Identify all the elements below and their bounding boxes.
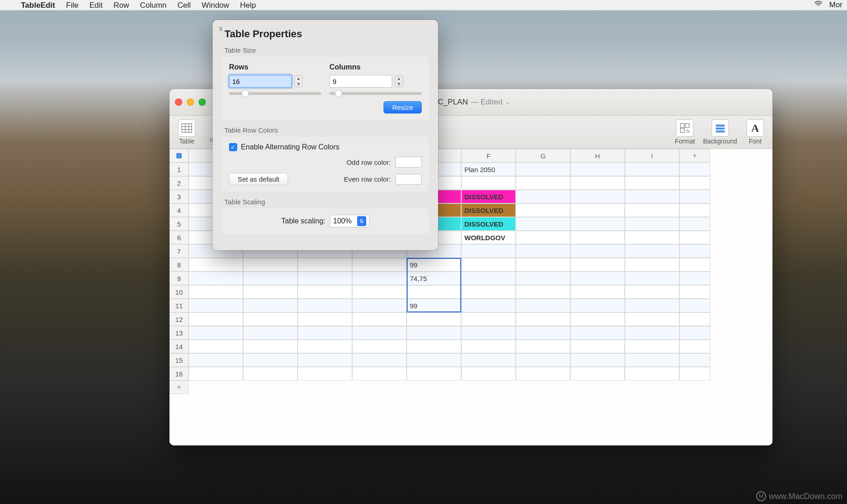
cell-D16[interactable] xyxy=(352,367,407,380)
cell-D14[interactable] xyxy=(352,340,407,353)
row-header-12[interactable]: 12 xyxy=(169,312,189,326)
cell-F15[interactable] xyxy=(461,353,516,367)
cell-I4[interactable] xyxy=(625,203,679,217)
cell-D11[interactable] xyxy=(352,299,407,312)
cell-I8[interactable] xyxy=(625,258,679,272)
cell-E11[interactable]: 99 xyxy=(407,299,461,312)
cell-D12[interactable] xyxy=(352,312,407,326)
window-minimize-button[interactable] xyxy=(187,99,194,106)
window-zoom-button[interactable] xyxy=(199,99,206,106)
column-header-H[interactable]: H xyxy=(570,149,625,163)
cell-H1[interactable] xyxy=(570,163,625,176)
columns-slider[interactable] xyxy=(329,92,422,95)
cell-E9[interactable]: 74,75 xyxy=(407,272,461,285)
row-header-8[interactable]: 8 xyxy=(169,258,189,272)
cell-B15[interactable] xyxy=(243,353,298,367)
menu-row[interactable]: Row xyxy=(108,0,135,10)
cell-D15[interactable] xyxy=(352,353,407,367)
cell-I1[interactable] xyxy=(625,163,679,176)
cell-E8[interactable]: 99 xyxy=(407,258,461,272)
cell-A12[interactable] xyxy=(189,312,243,326)
cell-H3[interactable] xyxy=(570,190,625,203)
toolbar-format-button[interactable]: fx Format xyxy=(671,116,698,148)
cell-F11[interactable] xyxy=(461,299,516,312)
column-header-F[interactable]: F xyxy=(461,149,516,163)
rows-slider[interactable] xyxy=(229,92,321,95)
cell-G6[interactable] xyxy=(516,231,570,244)
cell-F13[interactable] xyxy=(461,326,516,340)
cell-H7[interactable] xyxy=(570,244,625,258)
cell-F12[interactable] xyxy=(461,312,516,326)
cell-H9[interactable] xyxy=(570,272,625,285)
menu-cell[interactable]: Cell xyxy=(172,0,196,10)
cell-B16[interactable] xyxy=(243,367,298,380)
cell-D9[interactable] xyxy=(352,272,407,285)
add-row-button[interactable]: + xyxy=(169,380,189,394)
cell-H2[interactable] xyxy=(570,176,625,190)
row-header-1[interactable]: 1 xyxy=(169,163,189,176)
cell-G2[interactable] xyxy=(516,176,570,190)
cell-C13[interactable] xyxy=(298,326,352,340)
columns-input[interactable] xyxy=(329,75,392,88)
cell-F3[interactable]: DISSOLVED xyxy=(461,190,516,203)
cell-H14[interactable] xyxy=(570,340,625,353)
cell-F4[interactable]: DISSOLVED xyxy=(461,203,516,217)
cell-B14[interactable] xyxy=(243,340,298,353)
cell-E15[interactable] xyxy=(407,353,461,367)
cell-F6[interactable]: WORLDGOV xyxy=(461,231,516,244)
columns-stepper[interactable]: ▲▼ xyxy=(395,75,403,87)
row-header-2[interactable]: 2 xyxy=(169,176,189,190)
odd-row-color-well[interactable] xyxy=(395,157,422,168)
cell-F7[interactable] xyxy=(461,244,516,258)
cell-I14[interactable] xyxy=(625,340,679,353)
menu-edit[interactable]: Edit xyxy=(84,0,108,10)
row-header-7[interactable]: 7 xyxy=(169,244,189,258)
cell-I7[interactable] xyxy=(625,244,679,258)
app-name-menu[interactable]: TableEdit xyxy=(15,0,60,10)
cell-I9[interactable] xyxy=(625,272,679,285)
cell-C15[interactable] xyxy=(298,353,352,367)
rows-stepper[interactable]: ▲▼ xyxy=(294,75,303,87)
row-header-9[interactable]: 9 xyxy=(169,272,189,285)
cell-B13[interactable] xyxy=(243,326,298,340)
set-default-button[interactable]: Set as default xyxy=(229,173,288,185)
cell-H12[interactable] xyxy=(570,312,625,326)
cell-C9[interactable] xyxy=(298,272,352,285)
column-header-G[interactable]: G xyxy=(516,149,570,163)
row-header-6[interactable]: 6 xyxy=(169,231,189,244)
cell-G12[interactable] xyxy=(516,312,570,326)
cell-B8[interactable] xyxy=(243,258,298,272)
cell-G5[interactable] xyxy=(516,217,570,231)
cell-C10[interactable] xyxy=(298,285,352,299)
cell-A9[interactable] xyxy=(189,272,243,285)
cell-B9[interactable] xyxy=(243,272,298,285)
cell-G14[interactable] xyxy=(516,340,570,353)
alternating-colors-checkbox[interactable]: ✓ Enable Alternating Row Colors xyxy=(229,143,422,151)
cell-I5[interactable] xyxy=(625,217,679,231)
wifi-icon[interactable] xyxy=(814,0,823,11)
cell-A13[interactable] xyxy=(189,326,243,340)
cell-D8[interactable] xyxy=(352,258,407,272)
cell-H16[interactable] xyxy=(570,367,625,380)
cell-H13[interactable] xyxy=(570,326,625,340)
cell-A14[interactable] xyxy=(189,340,243,353)
row-header-10[interactable]: 10 xyxy=(169,285,189,299)
row-header-14[interactable]: 14 xyxy=(169,340,189,353)
cell-G13[interactable] xyxy=(516,326,570,340)
toolbar-table-button[interactable]: Table xyxy=(173,116,200,148)
cell-F1[interactable]: Plan 2050 xyxy=(461,163,516,176)
cell-H8[interactable] xyxy=(570,258,625,272)
cell-F14[interactable] xyxy=(461,340,516,353)
cell-G7[interactable] xyxy=(516,244,570,258)
cell-I2[interactable] xyxy=(625,176,679,190)
row-header-16[interactable]: 16 xyxy=(169,367,189,380)
cell-F8[interactable] xyxy=(461,258,516,272)
resize-button[interactable]: Resize xyxy=(384,101,422,114)
cell-I15[interactable] xyxy=(625,353,679,367)
row-header-5[interactable]: 5 xyxy=(169,217,189,231)
row-header-11[interactable]: 11 xyxy=(169,299,189,312)
toolbar-font-button[interactable]: A Font xyxy=(742,116,769,148)
cell-H6[interactable] xyxy=(570,231,625,244)
cell-I3[interactable] xyxy=(625,190,679,203)
cell-A16[interactable] xyxy=(189,367,243,380)
